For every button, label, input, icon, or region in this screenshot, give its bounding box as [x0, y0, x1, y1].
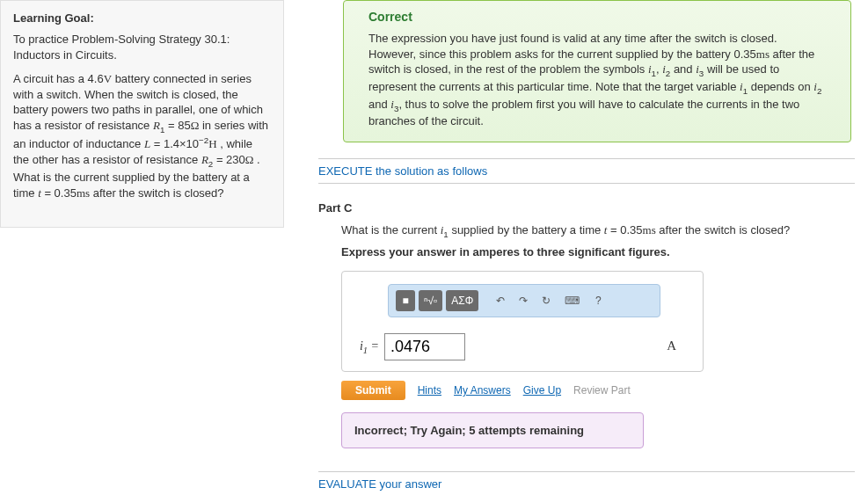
part-c-label: Part C — [318, 201, 855, 215]
give-up-link[interactable]: Give Up — [523, 384, 561, 397]
root-icon[interactable]: ⁿ√▫ — [419, 290, 442, 311]
help-icon[interactable]: ? — [588, 290, 608, 311]
incorrect-feedback: Incorrect; Try Again; 5 attempts remaini… — [341, 412, 644, 448]
submit-row: Submit Hints My Answers Give Up Review P… — [341, 381, 855, 400]
learning-goal-heading: Learning Goal: — [13, 11, 271, 25]
reset-icon[interactable]: ↻ — [536, 290, 556, 311]
answer-input[interactable] — [384, 333, 465, 360]
answer-box: ■ ⁿ√▫ ΑΣΦ ↶ ↷ ↻ ⌨ ? i1 = A — [341, 271, 704, 372]
learning-goal-intro: To practice Problem-Solving Strategy 30.… — [13, 32, 271, 62]
template-icon[interactable]: ■ — [396, 290, 415, 311]
equation-toolbar: ■ ⁿ√▫ ΑΣΦ ↶ ↷ ↻ ⌨ ? — [388, 284, 660, 317]
redo-icon[interactable]: ↷ — [514, 290, 533, 311]
part-c-instruction: Express your answer in amperes to three … — [341, 245, 855, 258]
answer-variable: i1 = — [349, 339, 379, 355]
answer-unit: A — [667, 338, 676, 353]
undo-icon[interactable]: ↶ — [491, 290, 510, 311]
correct-title: Correct — [368, 10, 826, 24]
sidebar: Learning Goal: To practice Problem-Solvi… — [0, 0, 284, 228]
correct-body: The expression you have just found is va… — [368, 31, 826, 129]
keyboard-icon[interactable]: ⌨ — [559, 290, 585, 311]
review-part-link: Review Part — [573, 384, 631, 397]
hints-link[interactable]: Hints — [418, 384, 441, 397]
evaluate-section-header[interactable]: EVALUATE your answer — [318, 471, 855, 495]
execute-section-header[interactable]: EXECUTE the solution as follows — [318, 158, 855, 184]
my-answers-link[interactable]: My Answers — [454, 384, 511, 397]
problem-statement: A circuit has a 4.6V battery connected i… — [13, 71, 271, 200]
correct-feedback-box: Correct The expression you have just fou… — [343, 0, 851, 142]
greek-icon[interactable]: ΑΣΦ — [446, 290, 478, 311]
part-c-question: What is the current i1 supplied by the b… — [341, 223, 855, 239]
submit-button[interactable]: Submit — [341, 381, 405, 400]
main-content: Correct The expression you have just fou… — [318, 0, 855, 495]
answer-row: i1 = — [349, 333, 703, 360]
